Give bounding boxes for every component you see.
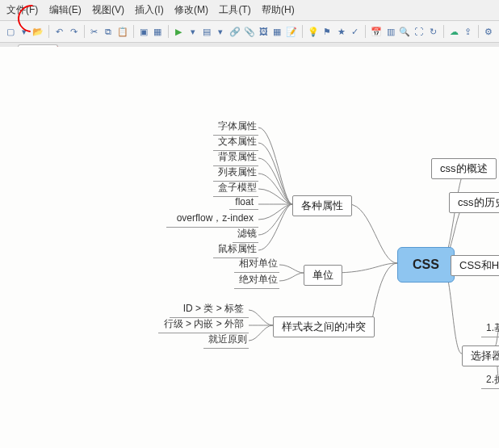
dropdown-icon[interactable]: ▾ — [215, 24, 225, 39]
node-attributes[interactable]: 各种属性 — [292, 195, 352, 216]
separator — [478, 25, 479, 38]
menu-file[interactable]: 文件(F) — [6, 4, 38, 15]
menu-tools[interactable]: 工具(T) — [219, 4, 250, 15]
dropdown-icon[interactable]: ▾ — [19, 24, 29, 39]
node-icon[interactable]: ▣ — [139, 24, 149, 39]
link-icon[interactable]: 🔗 — [229, 24, 241, 39]
menu-insert[interactable]: 插入(I) — [135, 4, 163, 15]
grid-icon[interactable]: ▤ — [201, 24, 212, 39]
zoom-icon[interactable]: 🔍 — [399, 24, 410, 39]
separator — [48, 25, 49, 38]
node-history[interactable]: css的历史 — [449, 192, 499, 213]
leaf-proximity[interactable]: 就近原则 — [203, 331, 249, 349]
menu-view[interactable]: 视图(V) — [92, 4, 124, 15]
menu-edit[interactable]: 编辑(E) — [49, 4, 82, 15]
new-file-icon[interactable]: ▢ — [5, 24, 15, 39]
play-icon[interactable]: ▶ — [174, 24, 184, 39]
separator — [84, 25, 85, 38]
leaf-selector-ext[interactable]: 2.扩展 — [481, 371, 499, 389]
attach-icon[interactable]: 📎 — [244, 24, 255, 39]
open-icon[interactable]: 📂 — [32, 24, 44, 39]
layout-icon[interactable]: ▥ — [385, 24, 396, 39]
refresh-icon[interactable]: ↻ — [428, 24, 438, 39]
separator — [168, 25, 169, 38]
note-icon[interactable]: 📝 — [286, 24, 297, 39]
node-selector[interactable]: 选择器 — [462, 345, 499, 366]
separator — [133, 25, 134, 38]
menu-bar: 文件(F) 编辑(E) 视图(V) 插入(I) 修改(M) 工具(T) 帮助(H… — [0, 0, 499, 21]
undo-icon[interactable]: ↶ — [54, 24, 65, 39]
leaf-selector-basic[interactable]: 1.基本 — [481, 320, 499, 337]
copy-icon[interactable]: ⧉ — [103, 24, 114, 39]
table-icon[interactable]: ▦ — [272, 24, 283, 39]
flag-icon[interactable]: ⚑ — [322, 24, 333, 39]
redo-icon[interactable]: ↷ — [68, 24, 78, 39]
share-icon[interactable]: ⇪ — [463, 24, 473, 39]
leaf-relative-unit[interactable]: 相对单位 — [234, 255, 279, 273]
separator — [443, 25, 444, 38]
check-icon[interactable]: ✓ — [350, 24, 360, 39]
fit-icon[interactable]: ⛶ — [413, 24, 424, 39]
settings-icon[interactable]: ⚙ — [484, 24, 494, 39]
cloud-icon[interactable]: ☁ — [449, 24, 459, 39]
star-icon[interactable]: ★ — [336, 24, 346, 39]
separator — [302, 25, 303, 38]
separator — [365, 25, 366, 38]
leaf-float[interactable]: float — [229, 195, 258, 210]
bulb-icon[interactable]: 💡 — [308, 24, 319, 39]
mindmap-canvas[interactable]: CSS css的概述 css的历史 CSS和H 选择器 1.基本 2.扩展 各种… — [0, 47, 499, 448]
menu-help[interactable]: 帮助(H) — [262, 4, 295, 15]
dropdown-icon[interactable]: ▾ — [187, 24, 198, 39]
node-conflict[interactable]: 样式表之间的冲突 — [273, 316, 375, 337]
node-unit[interactable]: 单位 — [304, 265, 342, 286]
calendar-icon[interactable]: 📅 — [371, 24, 382, 39]
node-center[interactable]: CSS — [397, 247, 455, 283]
menu-modify[interactable]: 修改(M) — [174, 4, 208, 15]
node-overview[interactable]: css的概述 — [431, 158, 497, 179]
leaf-absolute-unit[interactable]: 绝对单位 — [234, 271, 279, 289]
cut-icon[interactable]: ✂ — [89, 24, 99, 39]
toolbar: ▢ ▾ 📂 ↶ ↷ ✂ ⧉ 📋 ▣ ▦ ▶ ▾ ▤ ▾ 🔗 📎 🖼 ▦ 📝 💡 … — [0, 21, 499, 43]
paste-icon[interactable]: 📋 — [117, 24, 128, 39]
node-css-and-h[interactable]: CSS和H — [451, 255, 499, 276]
subnode-icon[interactable]: ▦ — [153, 24, 163, 39]
image-icon[interactable]: 🖼 — [258, 24, 269, 39]
